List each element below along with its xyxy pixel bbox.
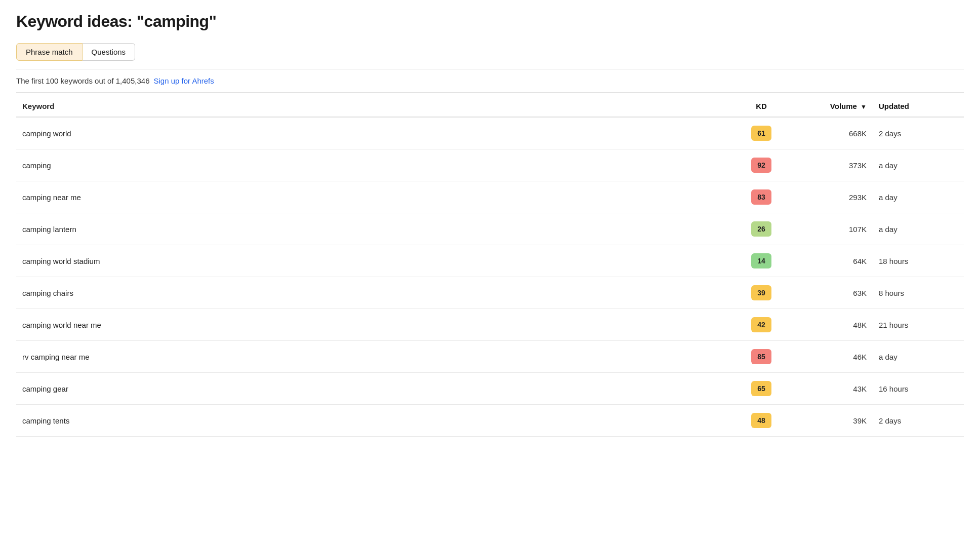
kd-badge: 83 [751,189,771,205]
keyword-cell: camping world near me [16,309,731,341]
table-row: camping tents4839K2 days [16,405,964,437]
tab-questions[interactable]: Questions [83,43,136,61]
kd-badge: 61 [751,126,771,141]
info-bar: The first 100 keywords out of 1,405,346 … [16,69,964,93]
kd-cell: 42 [731,309,792,341]
table-wrap: Keyword KD Volume ▼ Updated camping worl… [16,93,964,437]
kd-cell: 92 [731,149,792,181]
col-header-updated: Updated [873,93,964,117]
table-row: camping lantern26107Ka day [16,213,964,245]
updated-cell: 18 hours [873,245,964,277]
kd-cell: 61 [731,117,792,149]
table-row: camping world near me4248K21 hours [16,309,964,341]
main-container: Keyword ideas: "camping" Phrase match Qu… [0,0,980,538]
kd-badge: 39 [751,285,771,300]
kd-badge: 92 [751,158,771,173]
volume-cell: 373K [792,149,873,181]
volume-cell: 293K [792,181,873,213]
updated-cell: a day [873,181,964,213]
kd-cell: 85 [731,341,792,373]
updated-cell: 21 hours [873,309,964,341]
table-row: rv camping near me8546Ka day [16,341,964,373]
volume-cell: 64K [792,245,873,277]
signup-link[interactable]: Sign up for Ahrefs [154,76,214,85]
tab-phrase-match[interactable]: Phrase match [16,43,83,61]
keyword-cell: camping world stadium [16,245,731,277]
table-row: camping world61668K2 days [16,117,964,149]
volume-cell: 46K [792,341,873,373]
keyword-cell: camping world [16,117,731,149]
updated-cell: 16 hours [873,373,964,405]
updated-cell: 2 days [873,117,964,149]
kd-cell: 14 [731,245,792,277]
volume-cell: 63K [792,277,873,309]
kd-cell: 26 [731,213,792,245]
kd-cell: 39 [731,277,792,309]
updated-cell: 8 hours [873,277,964,309]
keyword-cell: camping lantern [16,213,731,245]
kd-badge: 85 [751,349,771,364]
updated-cell: 2 days [873,405,964,437]
updated-cell: a day [873,341,964,373]
kd-cell: 48 [731,405,792,437]
table-header-row: Keyword KD Volume ▼ Updated [16,93,964,117]
page-title: Keyword ideas: "camping" [16,12,964,31]
keywords-table: Keyword KD Volume ▼ Updated camping worl… [16,93,964,437]
info-bar-text: The first 100 keywords out of 1,405,346 [16,76,150,85]
col-header-kd[interactable]: KD [731,93,792,117]
keyword-cell: camping [16,149,731,181]
tabs-bar: Phrase match Questions [16,43,964,61]
table-row: camping92373Ka day [16,149,964,181]
volume-cell: 107K [792,213,873,245]
sort-arrow-icon: ▼ [861,103,867,110]
kd-badge: 14 [751,253,771,268]
table-row: camping world stadium1464K18 hours [16,245,964,277]
updated-cell: a day [873,149,964,181]
keyword-cell: camping tents [16,405,731,437]
table-row: camping gear6543K16 hours [16,373,964,405]
kd-cell: 65 [731,373,792,405]
kd-badge: 48 [751,413,771,428]
table-row: camping chairs3963K8 hours [16,277,964,309]
kd-badge: 26 [751,221,771,237]
keyword-cell: camping chairs [16,277,731,309]
col-header-keyword: Keyword [16,93,731,117]
table-row: camping near me83293Ka day [16,181,964,213]
col-header-volume[interactable]: Volume ▼ [792,93,873,117]
keyword-cell: rv camping near me [16,341,731,373]
volume-cell: 39K [792,405,873,437]
kd-badge: 65 [751,381,771,396]
keyword-cell: camping near me [16,181,731,213]
kd-badge: 42 [751,317,771,332]
volume-cell: 43K [792,373,873,405]
kd-cell: 83 [731,181,792,213]
volume-cell: 48K [792,309,873,341]
volume-cell: 668K [792,117,873,149]
keyword-cell: camping gear [16,373,731,405]
updated-cell: a day [873,213,964,245]
